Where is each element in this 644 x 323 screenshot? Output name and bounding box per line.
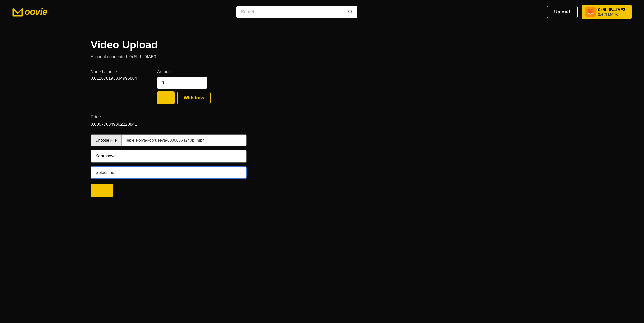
submit-button[interactable] bbox=[91, 184, 113, 197]
amount-input[interactable] bbox=[157, 77, 207, 89]
svg-point-1 bbox=[349, 10, 352, 13]
wallet-avatar-icon: 🦊 bbox=[585, 7, 596, 17]
moovie-logo-icon bbox=[12, 6, 23, 17]
search-input[interactable] bbox=[236, 6, 344, 18]
search-icon bbox=[348, 9, 353, 15]
node-balance-label: Node balance: bbox=[91, 69, 137, 74]
price-value: 0.000776849362220841 bbox=[91, 122, 302, 127]
logo-area: oovie bbox=[12, 6, 47, 17]
tier-select[interactable]: Select Tier Tier 1 Tier 2 Tier 3 bbox=[91, 166, 247, 179]
header-right: Upload 🦊 0x5bdB...fAE3 2.473 MATIC bbox=[547, 5, 632, 19]
amount-label: Amount bbox=[157, 69, 211, 74]
tier-select-wrapper: Select Tier Tier 1 Tier 2 Tier 3 ⌄ bbox=[91, 166, 247, 179]
price-label: Price bbox=[91, 114, 302, 120]
form-section: Choose File pexels-olya-kobruseva-680063… bbox=[91, 134, 247, 197]
page-title: Video Upload bbox=[91, 39, 302, 51]
upload-button[interactable]: Upload bbox=[547, 6, 578, 18]
withdraw-button[interactable]: Withdraw bbox=[177, 92, 211, 104]
choose-file-button[interactable]: Choose File bbox=[91, 135, 122, 146]
search-button[interactable] bbox=[344, 6, 357, 18]
wallet-address: 0x5bdB...fAE3 bbox=[598, 7, 625, 13]
svg-line-2 bbox=[351, 13, 352, 14]
yellow-action-button[interactable] bbox=[157, 91, 175, 104]
file-input-row: Choose File pexels-olya-kobruseva-680063… bbox=[91, 134, 247, 146]
node-balance-area: Node balance: 0.012678193334996864 bbox=[91, 69, 137, 81]
wallet-badge[interactable]: 🦊 0x5bdB...fAE3 2.473 MATIC bbox=[582, 5, 632, 19]
svg-marker-0 bbox=[13, 9, 22, 16]
price-section: Price 0.000776849362220841 bbox=[91, 114, 302, 127]
main-content: Video Upload Account connected: 0x5bd...… bbox=[0, 24, 302, 212]
search-wrapper bbox=[236, 6, 357, 18]
btn-row: Withdraw bbox=[157, 91, 211, 104]
node-balance-value: 0.012678193334996864 bbox=[91, 76, 137, 81]
wallet-info: 0x5bdB...fAE3 2.473 MATIC bbox=[598, 7, 625, 17]
file-name-display: pexels-olya-kobruseva-6800636 (240p).mp4 bbox=[122, 135, 246, 146]
amount-area: Amount Withdraw bbox=[157, 69, 211, 104]
wallet-balance: 2.473 MATIC bbox=[598, 12, 625, 16]
logo-text: oovie bbox=[25, 7, 47, 17]
balance-section: Node balance: 0.012678193334996864 Amoun… bbox=[91, 69, 302, 104]
title-input[interactable] bbox=[91, 150, 247, 163]
header: oovie Upload 🦊 0x5bdB...fAE3 2.473 MATIC bbox=[0, 0, 644, 24]
account-connected-text: Account connected: 0x5bd...0fAE3 bbox=[91, 54, 302, 59]
search-area bbox=[236, 6, 357, 18]
